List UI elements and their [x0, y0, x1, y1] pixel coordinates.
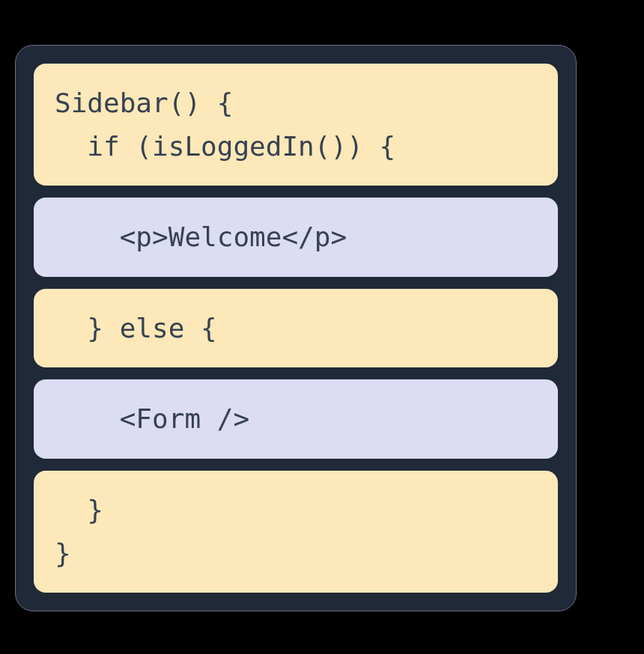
code-diagram-container: Sidebar() { if (isLoggedIn()) { <p>Welco…	[15, 45, 577, 611]
code-block-4: <Form />	[34, 379, 558, 459]
code-block-1: Sidebar() { if (isLoggedIn()) {	[34, 64, 558, 186]
code-block-2: <p>Welcome</p>	[34, 198, 558, 277]
code-block-3: } else {	[34, 289, 558, 368]
code-block-5: } }	[34, 471, 558, 593]
